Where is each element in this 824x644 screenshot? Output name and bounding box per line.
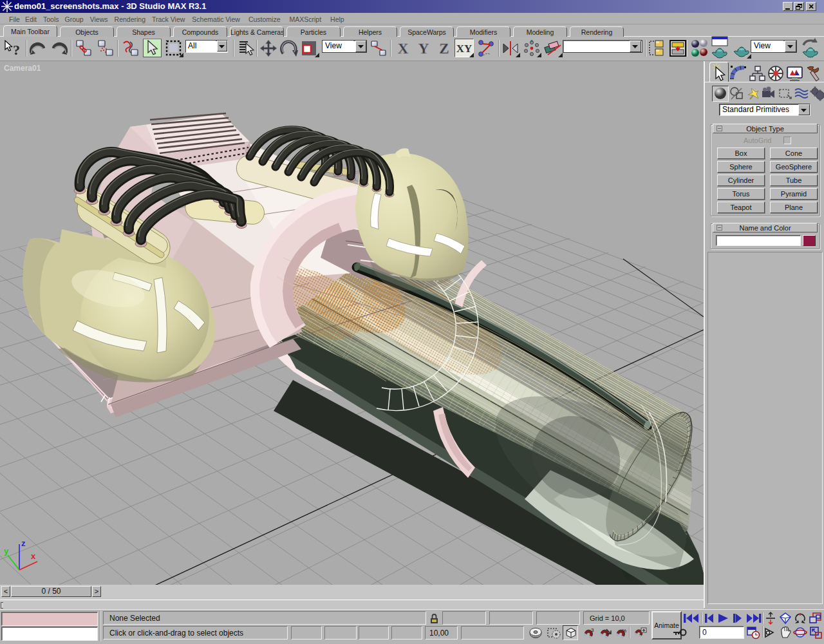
- svg-text:Camera01: Camera01: [4, 64, 41, 73]
- svg-text:?: ?: [13, 42, 20, 57]
- svg-text:z: z: [21, 538, 26, 548]
- svg-text:%: %: [622, 628, 626, 634]
- svg-text:X: X: [398, 41, 409, 57]
- svg-text:3: 3: [591, 627, 594, 633]
- svg-text:y: y: [4, 546, 9, 556]
- svg-text:x: x: [31, 551, 36, 561]
- svg-text:Y: Y: [418, 41, 429, 57]
- svg-text:Z: Z: [439, 41, 449, 57]
